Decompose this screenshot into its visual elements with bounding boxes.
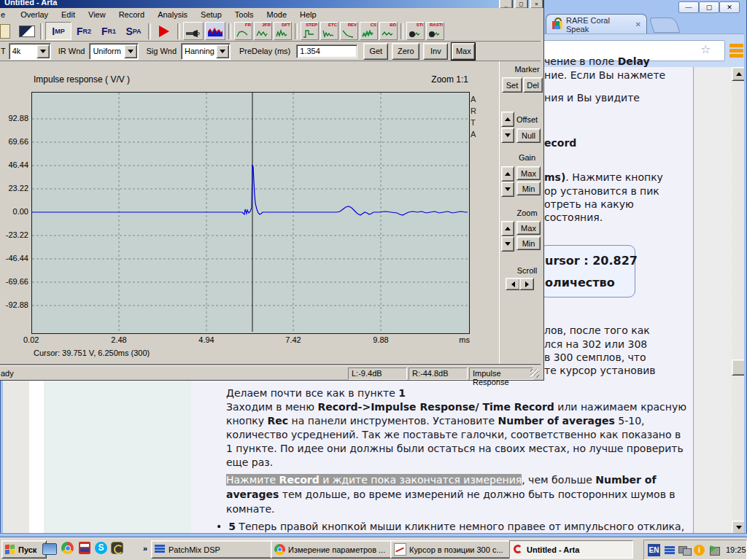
menu-tools[interactable]: Tools xyxy=(228,9,260,20)
marker-set-button[interactable]: Set xyxy=(502,77,522,93)
toolbar-dft-button[interactable]: DFT xyxy=(274,22,292,40)
x-tick: 9.88 xyxy=(370,335,392,344)
fr2-mode-button[interactable]: FR2 xyxy=(71,23,96,39)
marker-label: Marker xyxy=(513,65,541,74)
taskbar-item-browser-doc[interactable]: Измерение параметров ... xyxy=(271,540,395,559)
browser-maximize-button[interactable]: ▢ xyxy=(699,1,719,13)
waveform-icon[interactable] xyxy=(205,22,225,40)
menu-view[interactable]: View xyxy=(82,9,112,20)
gain-max-button[interactable]: Max xyxy=(516,166,541,180)
spa-mode-button[interactable]: SPA xyxy=(121,23,146,39)
toolbar-cs-button[interactable]: CS xyxy=(360,22,378,40)
taskbar-item-cursor-doc[interactable]: Курсор в позиции 300 с... xyxy=(390,540,514,559)
scrollbar[interactable] xyxy=(732,67,745,533)
menu-record[interactable]: Record xyxy=(112,9,151,20)
gain-min-button[interactable]: Min xyxy=(516,182,541,195)
browser-menu-button[interactable] xyxy=(727,41,746,60)
arta-maximize-button[interactable]: □ xyxy=(514,0,528,8)
x-tick: 2.48 xyxy=(108,335,130,344)
taskbar-item-patchmix[interactable]: PatchMix DSP xyxy=(151,540,275,559)
skype-icon[interactable]: S xyxy=(95,542,107,554)
taskbar-item-arta[interactable]: Untitled - Arta xyxy=(509,540,633,559)
zoom-up-button[interactable] xyxy=(501,221,514,236)
list-item: • 5 Теперь правой кнопкой мыши кликните … xyxy=(216,520,684,534)
offset-down-button[interactable] xyxy=(501,128,514,143)
gain-down-button[interactable] xyxy=(501,182,514,197)
tab-close-icon[interactable]: ✕ xyxy=(630,20,646,28)
new-tab-button[interactable] xyxy=(649,18,681,33)
chrome-quicklaunch-icon[interactable] xyxy=(61,542,74,554)
menu-edit[interactable]: Edit xyxy=(55,9,82,20)
zero-button[interactable]: Zero xyxy=(392,43,419,60)
zoom-down-button[interactable] xyxy=(501,236,514,252)
bookmark-star-icon[interactable]: ☆ xyxy=(700,42,711,56)
max-button[interactable]: Max xyxy=(452,43,475,60)
info-tray-icon[interactable]: i xyxy=(694,545,705,556)
new-file-icon[interactable] xyxy=(0,24,10,39)
toolbar-rasti-button[interactable]: RASTI xyxy=(426,22,444,40)
text-fragment: состояния. xyxy=(544,211,603,223)
tray-clock[interactable]: 19:25 xyxy=(726,545,746,554)
menu-analysis[interactable]: Analysis xyxy=(151,9,194,20)
play-record-icon[interactable] xyxy=(159,26,169,37)
imp-mode-button[interactable]: IMP xyxy=(45,22,71,40)
y-tick: 92.88 xyxy=(1,114,28,122)
patchmix-quicklaunch-icon[interactable] xyxy=(79,542,90,554)
toolbar-rev-button[interactable]: REV xyxy=(340,22,358,40)
toolbar-2fr-button[interactable]: 2FR xyxy=(254,22,272,40)
impulse-plot[interactable] xyxy=(31,92,470,334)
gain-up-button[interactable] xyxy=(501,166,514,182)
zoom-max-button[interactable]: Max xyxy=(516,221,541,235)
menu-help[interactable]: Help xyxy=(293,9,323,20)
toolbar-sti-button[interactable]: STI xyxy=(406,22,425,40)
toolbar-etc-button[interactable]: ETC xyxy=(320,22,338,40)
tray-device-icon[interactable] xyxy=(708,545,720,556)
predelay-input[interactable]: 1.354 xyxy=(296,44,357,58)
menu-overlay[interactable]: Overlay xyxy=(14,9,55,20)
get-button[interactable]: Get xyxy=(363,43,388,60)
menu-setup[interactable]: Setup xyxy=(194,9,228,20)
language-indicator[interactable]: EN xyxy=(648,544,660,556)
fft-size-select[interactable]: 4k xyxy=(9,43,51,60)
resize-grip[interactable] xyxy=(530,369,539,378)
zoom-min-button[interactable]: Min xyxy=(516,236,541,250)
browser-tab[interactable]: RARE Coral Speak ✕ xyxy=(546,14,647,34)
y-tick: -46.44 xyxy=(1,254,28,262)
text-fragment: отреть на какую xyxy=(544,198,634,210)
gain-label: Gain xyxy=(513,153,541,162)
inv-button[interactable]: Inv xyxy=(423,43,448,60)
toolbar-fr-button[interactable]: FR xyxy=(234,22,252,40)
toolbar-step-button[interactable]: STEP xyxy=(301,22,319,40)
text-fragment: в 300 семплов, что xyxy=(544,351,646,363)
arta-titlebar[interactable]: Untitled - Arta xyxy=(0,0,541,8)
browser-minimize-button[interactable]: — xyxy=(678,1,699,13)
x-unit: ms xyxy=(448,335,470,344)
ir-wnd-select[interactable]: Uniform xyxy=(89,43,139,60)
system-tray: EN i 19:25 xyxy=(643,540,747,560)
scroll-right-button[interactable] xyxy=(519,278,534,290)
zoom-label: Zoom xyxy=(513,209,541,217)
fr1-mode-button[interactable]: FR1 xyxy=(96,23,121,39)
arta-close-button[interactable]: ✕ xyxy=(530,0,543,8)
arta-app-icon xyxy=(513,544,524,555)
overlay-icon[interactable] xyxy=(19,26,35,37)
fft-label: T xyxy=(0,47,9,55)
menu-file[interactable]: e xyxy=(0,9,14,20)
text-fragment: ния и Вы увидите xyxy=(544,92,640,104)
toolbar-bd-button[interactable]: BD xyxy=(379,22,398,40)
marker-del-button[interactable]: Del xyxy=(523,77,543,93)
offset-null-button[interactable]: Null xyxy=(516,128,541,143)
scroll-left-button[interactable] xyxy=(506,278,520,290)
tray-patchmix-icon[interactable] xyxy=(665,545,675,555)
menu-mode[interactable]: Mode xyxy=(260,9,294,20)
quicklaunch-tool-icon[interactable] xyxy=(111,542,123,554)
start-button[interactable]: Пуск xyxy=(1,540,47,559)
quicklaunch-chevron[interactable]: » xyxy=(143,544,147,553)
network-icon[interactable] xyxy=(678,545,691,556)
arta-minimize-button[interactable]: _ xyxy=(499,0,513,8)
show-desktop-icon[interactable] xyxy=(42,543,57,555)
sig-wnd-select[interactable]: Hanning xyxy=(181,43,231,60)
flashlight-icon[interactable] xyxy=(183,22,204,40)
scroll-label: Scroll xyxy=(513,266,541,275)
browser-close-button[interactable]: ✕ xyxy=(719,1,740,13)
